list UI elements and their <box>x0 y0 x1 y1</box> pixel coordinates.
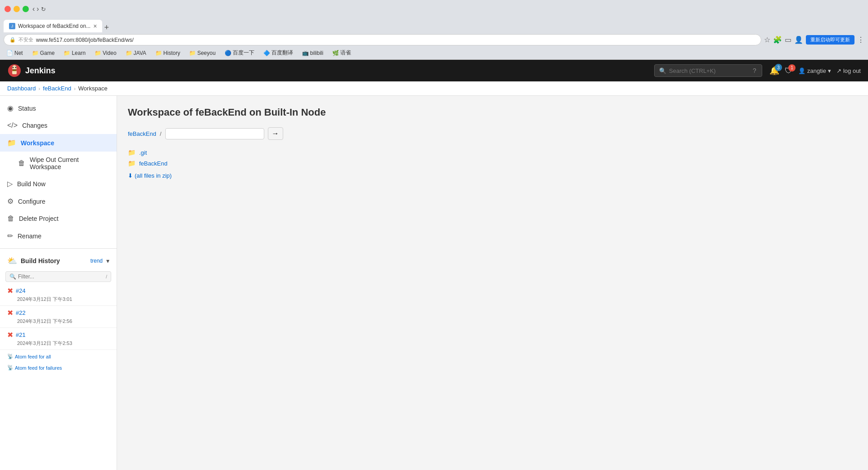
folder-git-icon: 📁 <box>128 149 136 156</box>
notification-badge: 3 <box>775 64 782 71</box>
atom-feed-all[interactable]: 📡 Atom feed for all <box>7 354 51 359</box>
sidebar-item-rename[interactable]: ✏ Rename <box>0 227 117 245</box>
folder-febackend-icon: 📁 <box>128 160 136 167</box>
bookmark-yuque[interactable]: 🌿 语雀 <box>330 48 354 58</box>
bookmark-seeyou[interactable]: 📁 Seeyou <box>186 49 218 57</box>
bookmark-baidu[interactable]: 🔵 百度一下 <box>222 48 257 58</box>
breadcrumb-febackend[interactable]: feBackEnd <box>43 85 71 92</box>
wipe-icon: 🗑 <box>18 159 25 167</box>
jenkins-search[interactable]: 🔍 ? <box>654 64 762 77</box>
page-title: Workspace of feBackEnd on Built-In Node <box>128 107 857 118</box>
bookmark-fanyi-icon: 🔷 <box>263 50 270 56</box>
file-item-git: 📁 .git <box>128 147 857 158</box>
rename-icon: ✏ <box>7 232 13 240</box>
atom-failures-icon: 📡 <box>7 365 14 371</box>
build-item-21: ✖ #21 2024年3月12日 下午2:53 <box>0 328 117 350</box>
main-layout: ◉ Status </> Changes 📁 Workspace 🗑 Wipe … <box>0 96 868 470</box>
close-tab-button[interactable]: × <box>93 23 97 29</box>
update-button[interactable]: 重新启动即可更新 <box>806 35 854 45</box>
breadcrumb-dashboard[interactable]: Dashboard <box>7 85 36 92</box>
build-history-header[interactable]: ⛅ Build History trend ▾ <box>0 252 117 269</box>
bookmark-video-icon: 📁 <box>95 50 101 56</box>
sidebar-item-status[interactable]: ◉ Status <box>0 99 117 117</box>
filter-input[interactable] <box>18 273 104 280</box>
forward-button[interactable]: › <box>36 5 39 13</box>
browser-window-controls: ‹ › ↻ <box>0 0 868 18</box>
bookmark-bilibili[interactable]: 📺 bilibili <box>299 49 326 57</box>
profile-button[interactable]: 👤 <box>794 36 803 44</box>
bookmark-button[interactable]: ☆ <box>764 36 770 44</box>
bookmark-bilibili-icon: 📺 <box>302 50 309 56</box>
build-22-link[interactable]: ✖ #22 <box>7 309 109 317</box>
jenkins-header: Jenkins 🔍 ? 🔔 3 🛡 1 👤 zangtie ▾ <box>0 60 868 81</box>
search-box[interactable]: 🔍 ? <box>654 64 762 77</box>
file-git-link[interactable]: .git <box>139 149 147 156</box>
active-tab[interactable]: J Workspace of feBackEnd on... × <box>4 20 102 32</box>
build-item-24: ✖ #24 2024年3月12日 下午3:01 <box>0 284 117 306</box>
jenkins-app: Jenkins 🔍 ? 🔔 3 🛡 1 👤 zangtie ▾ <box>0 60 868 470</box>
sidebar-item-configure[interactable]: ⚙ Configure <box>0 192 117 210</box>
bookmark-java[interactable]: 📁 JAVA <box>123 49 149 57</box>
build-history-rain-icon: ⛅ <box>7 256 17 266</box>
trend-link[interactable]: trend <box>90 258 103 264</box>
configure-icon: ⚙ <box>7 197 14 206</box>
user-menu[interactable]: 👤 zangtie ▾ <box>798 67 831 74</box>
maximize-button[interactable] <box>23 6 29 12</box>
workspace-nav-go-button[interactable]: → <box>268 127 283 140</box>
menu-button[interactable]: ⋮ <box>857 36 864 44</box>
build-21-status-icon: ✖ <box>7 331 13 339</box>
atom-all-icon: 📡 <box>7 354 14 359</box>
new-tab-button[interactable]: + <box>104 23 109 32</box>
file-febackend-link[interactable]: feBackEnd <box>139 160 167 167</box>
build-21-link[interactable]: ✖ #21 <box>7 331 109 339</box>
refresh-button[interactable]: ↻ <box>41 6 46 13</box>
search-icon: 🔍 <box>659 67 666 74</box>
bookmark-history[interactable]: 📁 History <box>153 49 183 57</box>
bookmark-net[interactable]: 📄 Net <box>4 49 26 57</box>
sidebar-item-wipe-workspace[interactable]: 🗑 Wipe Out Current Workspace <box>0 152 117 175</box>
sidebar-item-changes[interactable]: </> Changes <box>0 117 117 134</box>
security-icon: 🔒 <box>9 37 16 43</box>
address-bar[interactable]: 🔒 不安全 www.fe517.com:8080/job/feBackEnd/w… <box>4 34 761 45</box>
jenkins-logo[interactable]: Jenkins <box>7 63 55 78</box>
file-list: 📁 .git 📁 feBackEnd ⬇ (all files in zip) <box>128 147 857 179</box>
sidebar-button[interactable]: ▭ <box>785 36 791 44</box>
build-21-timestamp: 2024年3月12日 下午2:53 <box>7 340 109 347</box>
atom-feed-failures[interactable]: 📡 Atom feed for failures <box>7 365 62 371</box>
notifications-button[interactable]: 🔔 3 <box>769 66 779 76</box>
sidebar-item-delete-project[interactable]: 🗑 Delete Project <box>0 210 117 227</box>
download-icon: ⬇ <box>128 172 133 179</box>
back-button[interactable]: ‹ <box>32 5 35 13</box>
sidebar-item-build-now[interactable]: ▷ Build Now <box>0 175 117 192</box>
logout-button[interactable]: ↗ log out <box>836 67 861 74</box>
atom-feeds: 📡 Atom feed for all 📡 Atom feed for fail… <box>0 350 117 374</box>
logout-icon: ↗ <box>836 67 841 74</box>
bookmark-game[interactable]: 📁 Game <box>29 49 58 57</box>
build-history-chevron[interactable]: ▾ <box>106 257 109 264</box>
filter-box[interactable]: 🔍 / <box>5 271 111 282</box>
breadcrumb-sep-2: › <box>74 86 76 91</box>
file-item-febackend: 📁 feBackEnd <box>128 158 857 169</box>
workspace-path-input[interactable] <box>165 128 264 139</box>
download-zip-link[interactable]: ⬇ (all files in zip) <box>128 172 857 179</box>
bookmark-fanyi[interactable]: 🔷 百度翻译 <box>261 48 296 58</box>
filter-shortcut: / <box>106 274 107 279</box>
workspace-nav-febackend[interactable]: feBackEnd <box>128 130 156 137</box>
shield-button[interactable]: 🛡 1 <box>785 66 793 76</box>
minimize-button[interactable] <box>14 6 20 12</box>
sidebar-item-workspace[interactable]: 📁 Workspace <box>0 134 117 152</box>
build-24-timestamp: 2024年3月12日 下午3:01 <box>7 296 109 303</box>
nav-arrows: ‹ › ↻ <box>32 5 46 13</box>
search-input[interactable] <box>669 67 750 74</box>
bookmark-video[interactable]: 📁 Video <box>92 49 119 57</box>
extensions-button[interactable]: 🧩 <box>773 36 782 44</box>
bookmarks-bar: 📄 Net 📁 Game 📁 Learn 📁 Video 📁 JAVA 📁 Hi… <box>0 47 868 60</box>
breadcrumb-workspace: Workspace <box>78 85 108 92</box>
svg-point-4 <box>13 67 14 68</box>
close-button[interactable] <box>5 6 11 12</box>
build-24-link[interactable]: ✖ #24 <box>7 286 109 295</box>
bookmark-learn[interactable]: 📁 Learn <box>61 49 88 57</box>
workspace-nav-sep: / <box>160 130 162 137</box>
filter-search-icon: 🔍 <box>9 273 16 280</box>
build-24-status-icon: ✖ <box>7 286 13 295</box>
